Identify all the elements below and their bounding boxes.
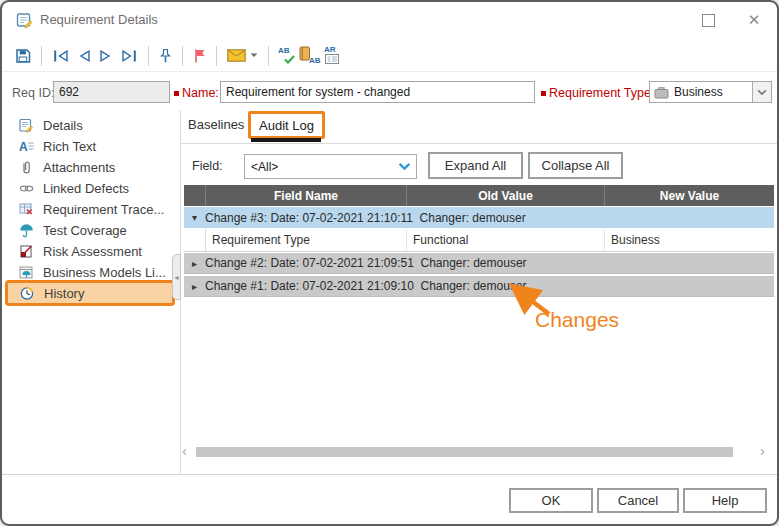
audit-table-header: Field Name Old Value New Value [184, 185, 774, 206]
previous-record-icon [76, 49, 92, 63]
audit-detail-row[interactable]: Requirement Type Functional Business [184, 229, 774, 252]
expand-arrow-icon[interactable]: ▸ [184, 258, 205, 269]
save-icon [15, 48, 31, 64]
sidebar-item-rich-text[interactable]: A Rich Text [2, 136, 180, 157]
footer-divider [2, 474, 777, 475]
requirement-type-value: Business [674, 85, 723, 99]
ok-button[interactable]: OK [509, 488, 593, 513]
toolbar: AB AB AR [2, 40, 777, 72]
check-spelling-icon: AB [278, 46, 290, 55]
thesaurus-button[interactable]: AB [298, 44, 322, 68]
sidebar-item-label: Test Coverage [43, 223, 127, 238]
field-filter-label: Field: [192, 159, 223, 173]
briefcase-icon [654, 86, 669, 99]
column-header-new-value[interactable]: New Value [605, 185, 774, 206]
req-id-field[interactable] [53, 81, 170, 103]
details-icon [19, 118, 34, 133]
horizontal-scrollbar-thumb[interactable] [196, 447, 733, 457]
email-icon [227, 49, 246, 62]
form-row: Req ID: Name: Requirement Type: Business [2, 72, 777, 110]
svg-text:A: A [19, 140, 28, 154]
audit-group-row-change-3[interactable]: ▾ Change #3: Date: 07-02-2021 21:10:11 C… [184, 207, 774, 228]
requirement-type-combobox[interactable]: Business [649, 81, 772, 103]
group-row-label: Change #2: Date: 07-02-2021 21:09:51 Cha… [205, 256, 527, 270]
sidebar-item-requirement-traceability[interactable]: Requirement Trace... [2, 199, 180, 220]
first-record-button[interactable] [49, 44, 73, 68]
check-spelling-button[interactable]: AB [276, 44, 298, 68]
collapse-all-button[interactable]: Collapse All [528, 152, 623, 179]
requirement-details-dialog: Requirement Details ✕ [0, 0, 779, 526]
window-title: Requirement Details [40, 12, 158, 27]
sidebar-item-attachments[interactable]: Attachments [2, 157, 180, 178]
previous-record-button[interactable] [73, 44, 95, 68]
cancel-button[interactable]: Cancel [597, 488, 679, 513]
splitter-collapse-handle[interactable]: ◂ [172, 254, 181, 300]
requirement-type-label: Requirement Type: [549, 86, 654, 100]
annotation-changes-label: Changes [535, 308, 619, 332]
tab-audit-log[interactable]: Audit Log [248, 111, 325, 139]
linked-defects-icon [19, 181, 34, 196]
sidebar-item-label: Risk Assessment [43, 244, 142, 259]
chevron-down-icon [398, 162, 411, 171]
sidebar-item-linked-defects[interactable]: Linked Defects [2, 178, 180, 199]
last-record-button[interactable] [117, 44, 141, 68]
detail-old-value-cell: Functional [407, 229, 605, 251]
title-bar: Requirement Details ✕ [2, 2, 777, 38]
requirement-traceability-icon [19, 202, 34, 217]
sidebar-item-label: Requirement Trace... [43, 202, 164, 217]
column-header-field-name[interactable]: Field Name [206, 185, 407, 206]
requirement-details-icon [16, 12, 33, 29]
group-row-label: Change #3: Date: 07-02-2021 21:10:11 Cha… [205, 211, 526, 225]
scroll-left-arrow[interactable]: ‹ [182, 442, 187, 459]
detail-expander-cell [184, 229, 206, 251]
email-dropdown-caret-icon [250, 53, 258, 58]
spelling-options-icon: AR [324, 45, 336, 54]
thesaurus-ab-label: AB [309, 56, 321, 65]
required-marker [541, 91, 546, 96]
required-marker [174, 91, 179, 96]
detail-field-name-cell: Requirement Type [206, 229, 407, 251]
close-button[interactable]: ✕ [744, 10, 764, 30]
history-icon [20, 286, 35, 301]
field-filter-value: <All> [251, 160, 278, 174]
column-header-old-value[interactable]: Old Value [407, 185, 605, 206]
expand-all-button[interactable]: Expand All [428, 152, 523, 179]
options-list-icon [325, 54, 339, 64]
audit-group-row-change-1[interactable]: ▸ Change #1: Date: 07-02-2021 21:09:10 C… [184, 276, 774, 297]
sidebar-item-label: Linked Defects [43, 181, 129, 196]
name-field[interactable] [220, 81, 535, 103]
spelling-options-button[interactable]: AR [322, 44, 346, 68]
save-button[interactable] [12, 44, 34, 68]
toolbar-separator [182, 46, 183, 66]
chevron-down-icon [757, 89, 767, 96]
sidebar-item-history[interactable]: History [5, 280, 175, 306]
sidebar-item-details[interactable]: Details [2, 115, 180, 136]
sidebar-item-test-coverage[interactable]: Test Coverage [2, 220, 180, 241]
pin-button[interactable] [156, 44, 175, 68]
help-button[interactable]: Help [683, 488, 767, 513]
next-record-button[interactable] [95, 44, 117, 68]
expand-arrow-icon[interactable]: ▸ [184, 281, 205, 292]
attachments-icon [19, 160, 34, 175]
scroll-right-arrow[interactable]: › [760, 442, 765, 459]
collapse-arrow-icon[interactable]: ▾ [184, 212, 205, 223]
tab-baselines[interactable]: Baselines [188, 117, 244, 132]
tab-audit-log-label: Audit Log [259, 118, 314, 133]
requirement-type-dropdown-button[interactable] [752, 82, 771, 102]
pin-icon [159, 48, 172, 64]
maximize-button[interactable] [702, 14, 715, 27]
test-coverage-icon [19, 223, 34, 238]
toolbar-separator [268, 46, 269, 66]
name-label: Name: [182, 86, 219, 100]
audit-group-row-change-2[interactable]: ▸ Change #2: Date: 07-02-2021 21:09:51 C… [184, 253, 774, 274]
req-id-label: Req ID: [12, 86, 54, 100]
tabs-divider [181, 143, 777, 144]
sidebar-item-risk-assessment[interactable]: Risk Assessment [2, 241, 180, 262]
field-filter-combobox[interactable]: <All> [244, 154, 417, 179]
toolbar-separator [148, 46, 149, 66]
last-record-icon [120, 49, 138, 63]
toolbar-separator [41, 46, 42, 66]
follow-up-flag-button[interactable] [190, 44, 209, 68]
sidebar-item-label: Rich Text [43, 139, 96, 154]
send-by-email-button[interactable] [224, 44, 261, 68]
